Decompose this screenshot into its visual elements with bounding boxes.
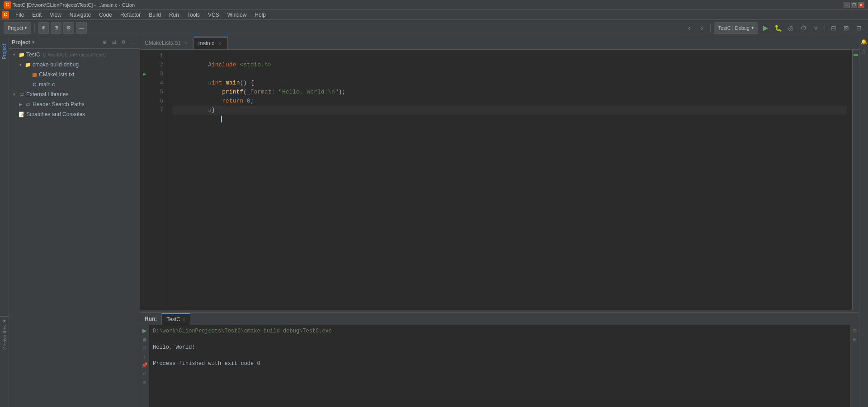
tree-item-cmakelists[interactable]: ▶ ▦ CMakeLists.txt [9, 70, 140, 80]
tree-expand-header-icon: ▶ [17, 101, 24, 108]
menu-navigate[interactable]: Navigate [66, 11, 94, 19]
layout-full-button[interactable]: ⊡ [854, 23, 864, 33]
tree-label-cmake-build-debug: cmake-build-debug [33, 61, 79, 68]
menu-file[interactable]: File [12, 11, 28, 19]
code-include-path: <stdio.h> [240, 61, 271, 68]
tree-file-cmake-icon: ▦ [31, 71, 38, 78]
menu-run[interactable]: Run [165, 11, 183, 19]
close-brace-icon: ⊟ [208, 106, 211, 115]
favorites-label[interactable]: 2 Favorites [2, 325, 7, 351]
line-num-1: 1 [149, 51, 163, 61]
line-num-7: 7 [149, 106, 163, 115]
output-line-blank-2 [153, 351, 846, 360]
right-sidebar-icons: 🔔 Git [859, 36, 868, 407]
project-dropdown-button[interactable]: Project ▾ [4, 22, 31, 34]
wrap-button[interactable]: ↵ [141, 370, 148, 377]
code-zero-literal: 0 [247, 98, 250, 104]
tree-item-testc[interactable]: ▾ 📁 TestC D:\work\CLionProjects\TestC [9, 50, 140, 60]
code-editor[interactable]: #include <stdio.h> ⊟int main() { printf(… [167, 50, 852, 310]
debug-button[interactable]: 🐛 [773, 23, 783, 33]
title-bar-title: TestC [D:\work\CLionProjects\TestC] - ..… [13, 2, 135, 8]
project-title-label: Project [12, 39, 30, 46]
tab-mainc[interactable]: main.c × [194, 37, 228, 49]
project-dropdown-icon[interactable]: ▾ [32, 40, 34, 45]
favorites-sidebar[interactable]: ★ 2 Favorites [0, 316, 9, 353]
line-num-6: 6 [149, 97, 163, 106]
view-options-icon: ⊞ [54, 25, 58, 31]
tree-item-mainc[interactable]: ▶ C main.c [9, 80, 140, 89]
menu-edit[interactable]: Edit [28, 11, 45, 19]
tab-mainc-close-icon[interactable]: × [217, 40, 223, 47]
run-button[interactable]: ▶ [760, 23, 771, 33]
filter-output-button[interactable]: ≡ [141, 379, 148, 386]
coverage-button[interactable]: ◎ [785, 23, 796, 33]
settings-button[interactable]: ⚙ [63, 22, 74, 34]
collapse-button[interactable]: — [76, 22, 87, 34]
menu-tools[interactable]: Tools [184, 11, 203, 19]
code-int-keyword: int [212, 80, 222, 86]
output-line-hello: Hello, World! [153, 343, 846, 351]
gutter-line-1 [140, 51, 149, 61]
tree-item-header-search-paths[interactable]: ▶ 🗂 Header Search Paths [9, 99, 140, 109]
text-cursor [221, 116, 226, 122]
vcs-icon[interactable]: Git [860, 45, 868, 59]
nav-forward-button[interactable]: › [696, 23, 707, 33]
new-file-icon: ⊕ [42, 25, 46, 31]
panel-settings-icon[interactable]: ⚙ [851, 327, 859, 334]
panel-view-button[interactable]: ⊞ [110, 38, 118, 47]
notifications-icon[interactable]: 🔔 [860, 38, 868, 45]
toolbar-separator-1 [34, 23, 35, 33]
tab-cmakelists[interactable]: CMakeLists.txt × [140, 37, 194, 49]
run-configuration-selector[interactable]: TestC | Debug ▾ [714, 22, 758, 34]
menu-code[interactable]: Code [95, 11, 116, 19]
tab-testc-run[interactable]: TestC × [162, 313, 190, 325]
tree-item-scratches[interactable]: ▶ 📝 Scratches and Consoles [9, 109, 140, 119]
code-line-6: ⊟} [173, 97, 847, 106]
restore-button[interactable]: ❐ [851, 2, 857, 8]
layout-grid-button[interactable]: ⊠ [841, 23, 852, 33]
run-again-button[interactable]: ▶ [141, 327, 148, 334]
sidebar-project-icon[interactable]: Project [1, 38, 8, 65]
panel-settings-button[interactable]: ⚙ [119, 38, 127, 47]
run-config-label: TestC | Debug [718, 25, 750, 31]
app-icon: C [2, 11, 9, 19]
pin-button[interactable]: 📌 [141, 361, 148, 369]
dropdown-arrow-icon: ▾ [24, 25, 27, 31]
tree-folder-cmake-icon: 📁 [24, 61, 32, 68]
menu-view[interactable]: View [46, 11, 65, 19]
view-options-button[interactable]: ⊞ [51, 22, 61, 34]
gutter-line-3: ▶ [140, 70, 149, 79]
panel-new-button[interactable]: ⊕ [100, 38, 108, 47]
menu-vcs[interactable]: VCS [204, 11, 223, 19]
minimize-button[interactable]: − [844, 2, 850, 8]
new-file-button[interactable]: ⊕ [38, 22, 49, 34]
project-panel: Project ▾ ⊕ ⊞ ⚙ — ▾ 📁 TestC D:\work\CLio… [9, 36, 140, 407]
exe-path-text: D:\work\CLionProjects\TestC\cmake-build-… [153, 328, 332, 334]
menu-refactor[interactable]: Refactor [117, 11, 144, 19]
code-line-7 [173, 106, 847, 115]
panel-collapse-button[interactable]: — [129, 38, 137, 47]
menu-help[interactable]: Help [251, 11, 269, 19]
output-line-blank-1 [153, 335, 846, 343]
close-button[interactable]: ✕ [858, 2, 864, 8]
tree-item-cmake-build-debug[interactable]: ▾ 📁 cmake-build-debug [9, 60, 140, 70]
stop-button[interactable]: ◼ [141, 336, 148, 343]
tree-item-external-libraries[interactable]: ▾ 🗂 External Libraries [9, 89, 140, 99]
scroll-end-button[interactable]: ↓ [141, 353, 148, 360]
menu-window[interactable]: Window [224, 11, 250, 19]
tree-sublabel-testc: D:\work\CLionProjects\TestC [43, 52, 106, 57]
profile-button[interactable]: ⏱ [798, 23, 809, 33]
gutter-line-4 [140, 79, 149, 88]
rerun-button[interactable]: ↺ [141, 344, 148, 351]
panel-layout-icon[interactable]: ⊞ [851, 336, 859, 343]
favorites-star-icon[interactable]: ★ [2, 318, 6, 323]
tab-testc-close-icon[interactable]: × [183, 317, 185, 322]
tab-cmakelists-close-icon[interactable]: × [183, 40, 189, 46]
code-line-1: #include <stdio.h> [173, 51, 847, 61]
menu-build[interactable]: Build [145, 11, 165, 19]
title-bar-controls[interactable]: − ❐ ✕ [844, 2, 864, 8]
nav-back-button[interactable]: ‹ [684, 23, 694, 33]
layout-split-button[interactable]: ⊟ [828, 23, 839, 33]
valgrind-button[interactable]: V [811, 23, 821, 33]
process-finished-text: Process finished with exit code 0 [153, 360, 260, 367]
